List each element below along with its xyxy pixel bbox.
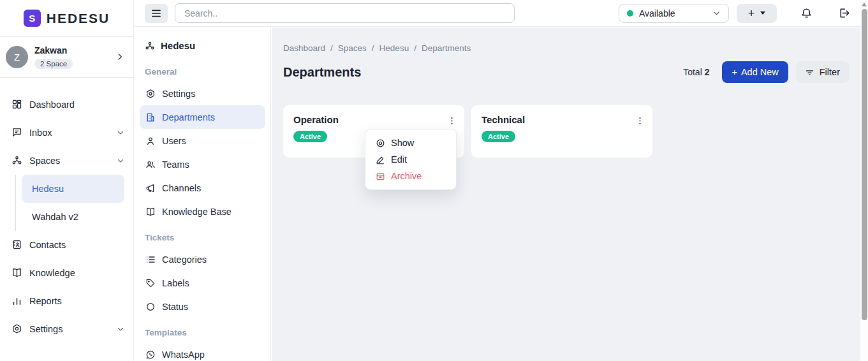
space-nav-item-status[interactable]: Status <box>140 295 265 318</box>
space-nav-item-labels[interactable]: Labels <box>140 271 265 295</box>
status-badge: Active <box>293 131 327 142</box>
page-header-actions: Total 2 + Add New Filter <box>683 61 849 83</box>
breadcrumb-dashboard[interactable]: Dashboard <box>283 43 325 53</box>
space-nav-label: Knowledge Base <box>162 207 232 217</box>
breadcrumb-hedesu[interactable]: Hedesu <box>379 43 409 53</box>
sidebar-item-label: Reports <box>29 296 62 306</box>
space-nav-label: Departments <box>162 112 215 122</box>
space-title[interactable]: Hedesu <box>140 36 265 57</box>
caret-down-icon <box>760 11 765 15</box>
add-quick-button[interactable]: + <box>737 4 777 23</box>
logout-button[interactable] <box>838 7 850 19</box>
chevron-down-icon <box>117 157 124 165</box>
sidebar-item-contacts[interactable]: Contacts <box>11 231 124 259</box>
department-name: Technical <box>482 114 642 125</box>
space-nav-item-settings[interactable]: Settings <box>140 82 265 105</box>
sidebar-item-label: Dashboard <box>29 99 75 110</box>
vertical-scrollbar[interactable] <box>860 0 868 361</box>
archive-box-icon <box>376 172 385 181</box>
space-nav-label: Settings <box>162 89 195 99</box>
section-label-templates: Templates <box>140 318 265 343</box>
user-panel[interactable]: Z Zakwan 2 Space <box>0 37 133 78</box>
status-badge: Active <box>482 131 515 142</box>
sidebar-item-settings[interactable]: Settings <box>11 315 124 343</box>
total-count: Total 2 <box>683 67 709 77</box>
sidebar-item-label: Inbox <box>29 128 52 138</box>
chevron-down-icon <box>117 129 124 136</box>
sidebar-subitem-hedesu[interactable]: Hedesu <box>22 175 124 203</box>
spaces-sub-list: Hedesu Wahdah v2 <box>15 175 124 231</box>
eye-icon <box>376 138 385 148</box>
menu-item-archive[interactable]: Archive <box>365 168 456 184</box>
space-nav-label: Labels <box>162 278 189 288</box>
user-name: Zakwan <box>34 45 73 57</box>
space-nav-item-channels[interactable]: Channels <box>140 176 265 200</box>
breadcrumb-separator: / <box>330 43 333 53</box>
space-nav-item-whatsapp[interactable]: WhatsApp <box>140 343 265 361</box>
open-book-icon <box>11 267 22 278</box>
sidebar-item-label: Contacts <box>29 240 66 250</box>
main-nav: Dashboard Inbox Spaces Hedesu Wahdah v2 … <box>0 78 133 343</box>
sidebar-item-spaces[interactable]: Spaces <box>11 147 124 175</box>
breadcrumb-separator: / <box>372 43 374 53</box>
add-new-label: Add New <box>741 67 779 77</box>
filter-button[interactable]: Filter <box>796 61 849 83</box>
menu-item-label: Edit <box>391 154 407 165</box>
space-nav-label: Categories <box>162 254 207 265</box>
kebab-menu-icon[interactable] <box>445 114 459 128</box>
page-header: Departments Total 2 + Add New Filter <box>283 61 849 83</box>
sidebar-item-reports[interactable]: Reports <box>11 287 124 315</box>
main-sidebar: S HEDESU Z Zakwan 2 Space Dashboard Inbo… <box>0 0 134 361</box>
building-icon <box>145 112 156 122</box>
availability-value: Available <box>639 8 675 18</box>
sidebar-item-knowledge[interactable]: Knowledge <box>11 259 124 287</box>
user-icon <box>145 136 156 146</box>
sidebar-item-inbox[interactable]: Inbox <box>11 119 124 147</box>
notifications-button[interactable] <box>800 7 813 19</box>
app-window: S HEDESU Z Zakwan 2 Space Dashboard Inbo… <box>0 0 868 361</box>
menu-item-label: Archive <box>391 171 422 181</box>
space-nav-label: Users <box>162 136 186 146</box>
space-nav-label: Status <box>162 302 188 312</box>
section-label-tickets: Tickets <box>140 223 265 247</box>
breadcrumb-spaces[interactable]: Spaces <box>338 43 367 53</box>
menu-item-edit[interactable]: Edit <box>365 151 456 168</box>
add-new-button[interactable]: + Add New <box>722 61 788 83</box>
sidebar-item-dashboard[interactable]: Dashboard <box>11 91 124 119</box>
page-title: Departments <box>283 65 361 80</box>
filter-label: Filter <box>820 67 840 77</box>
scroll-up-arrow-icon[interactable] <box>862 3 867 6</box>
megaphone-icon <box>145 183 156 193</box>
space-title-label: Hedesu <box>161 40 195 51</box>
main-content: Dashboard / Spaces / Hedesu / Department… <box>272 27 860 361</box>
topbar-right: Available + <box>619 4 850 23</box>
chevron-down-icon <box>117 325 124 333</box>
kebab-menu-icon[interactable] <box>633 114 647 128</box>
availability-select[interactable]: Available <box>619 4 729 23</box>
search-input[interactable] <box>175 3 515 23</box>
brand-name: HEDESU <box>47 11 110 26</box>
breadcrumb: Dashboard / Spaces / Hedesu / Department… <box>283 43 849 53</box>
plus-icon: + <box>732 67 737 77</box>
department-card-technical[interactable]: Technical Active <box>471 105 652 158</box>
space-nav-item-categories[interactable]: Categories <box>140 247 265 271</box>
topbar: Available + <box>135 0 860 27</box>
space-nav-item-teams[interactable]: Teams <box>140 152 265 176</box>
hamburger-menu-button[interactable] <box>145 4 168 23</box>
filter-icon <box>805 68 814 77</box>
space-nav-label: Teams <box>162 159 189 170</box>
space-sidebar: Hedesu General Settings Departments User… <box>135 27 271 361</box>
scrollbar-thumb[interactable] <box>862 9 867 320</box>
status-dot-icon <box>627 10 633 17</box>
breadcrumb-separator: / <box>414 43 416 53</box>
space-nav-item-departments[interactable]: Departments <box>140 105 265 129</box>
plus-icon: + <box>748 8 755 19</box>
menu-item-show[interactable]: Show <box>365 135 456 151</box>
department-name: Operation <box>293 114 454 125</box>
brand-logo-icon: S <box>24 10 41 27</box>
space-nav-item-users[interactable]: Users <box>140 129 265 152</box>
space-nav-item-knowledge-base[interactable]: Knowledge Base <box>140 200 265 223</box>
gear-icon <box>145 89 156 99</box>
sidebar-subitem-wahdah-v2[interactable]: Wahdah v2 <box>22 203 124 231</box>
open-book-icon <box>145 207 156 217</box>
